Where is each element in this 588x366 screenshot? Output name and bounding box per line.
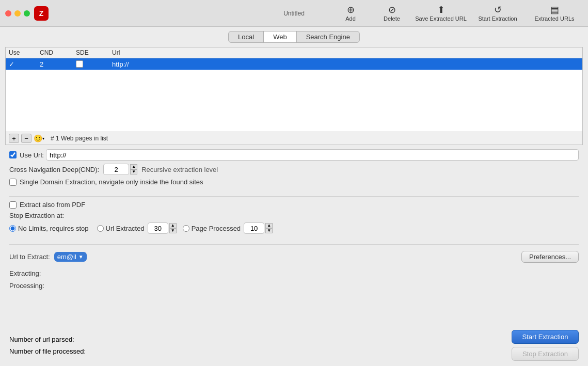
no-limits-label: No Limits, requires stop xyxy=(18,225,89,232)
delete-button[interactable]: ⊘ Delete xyxy=(371,0,412,27)
cnd-stepper[interactable]: ▲ ▼ xyxy=(130,164,137,174)
smile-icon: 🙂 xyxy=(34,134,42,142)
extracting-row: Extracting: xyxy=(9,268,579,278)
page-processed-input[interactable] xyxy=(244,222,264,234)
use-url-label: Use Url: xyxy=(20,151,44,159)
extracted-urls-button[interactable]: ▤ Extracted URLs xyxy=(526,0,583,27)
extract-pdf-checkbox[interactable] xyxy=(9,201,17,209)
app-icon: Z xyxy=(34,6,49,21)
segment-web[interactable]: Web xyxy=(264,31,297,42)
processing-row: Processing: xyxy=(9,280,579,291)
save-extracted-url-button[interactable]: ⬆ Save Extracted URL xyxy=(412,0,469,27)
extract-pdf-row: Extract also from PDF xyxy=(9,201,579,209)
window-title: Untitled xyxy=(283,10,305,17)
file-processed-label: Number of file processed: xyxy=(9,347,86,355)
titlebar: Z Untitled ⊕ Add ⊘ Delete ⬆ Save Extract… xyxy=(0,0,588,27)
col-header-use: Use xyxy=(9,49,24,56)
emoji-dropdown-arrow: ▾ xyxy=(42,136,44,141)
save-extracted-url-label: Save Extracted URL xyxy=(415,15,467,22)
toolbar: ⊕ Add ⊘ Delete ⬆ Save Extracted URL ↺ St… xyxy=(330,0,583,27)
row-url: http:// xyxy=(112,60,579,68)
url-extracted-stepper[interactable]: ▲ ▼ xyxy=(169,223,177,233)
processing-label: Processing: xyxy=(9,282,51,290)
extracted-urls-label: Extracted URLs xyxy=(534,15,574,22)
bottom-labels: Number of url parsed: Number of file pro… xyxy=(9,336,86,355)
form-section: Use Url: Cross Navigation Deep(CND): ▲ ▼… xyxy=(0,145,588,193)
maximize-button[interactable] xyxy=(24,10,30,17)
url-to-extract-label: Url to Extract: xyxy=(9,253,50,261)
upload-icon: ⬆ xyxy=(437,5,445,14)
stop-extraction-button: Stop Extraction xyxy=(512,347,579,361)
stop-extraction-row: Stop Extraction at: xyxy=(9,212,579,219)
cnd-down-button[interactable]: ▼ xyxy=(130,169,137,174)
sde-checkbox-box xyxy=(76,60,83,68)
cnd-up-button[interactable]: ▲ xyxy=(130,164,137,169)
delete-icon: ⊘ xyxy=(388,5,396,14)
page-processed-down[interactable]: ▼ xyxy=(265,228,273,233)
segment-local[interactable]: Local xyxy=(229,31,264,42)
url-extracted-down[interactable]: ▼ xyxy=(169,228,177,233)
page-processed-up[interactable]: ▲ xyxy=(265,223,273,228)
divider-1 xyxy=(9,196,579,197)
segment-search-engine[interactable]: Search Engine xyxy=(297,31,359,42)
table-footer: + − 🙂 ▾ # 1 Web pages in list xyxy=(5,132,583,145)
table-row[interactable]: ✓ 2 http:// xyxy=(6,58,582,70)
col-header-url: Url xyxy=(112,49,579,56)
start-extraction-button-bottom[interactable]: Start Extraction xyxy=(512,330,579,344)
list-icon: ▤ xyxy=(550,5,559,14)
segment-control: Local Web Search Engine xyxy=(228,31,360,43)
remove-row-button[interactable]: − xyxy=(21,134,31,143)
page-processed-label: Page Processed xyxy=(192,225,241,232)
url-parsed-label: Number of url parsed: xyxy=(9,336,86,343)
minimize-button[interactable] xyxy=(14,10,21,17)
no-limits-radio[interactable] xyxy=(9,225,16,232)
cnd-input[interactable] xyxy=(103,164,129,175)
url-extracted-label: Url Extracted xyxy=(106,225,145,232)
table-empty-space xyxy=(6,70,582,132)
url-extracted-up[interactable]: ▲ xyxy=(169,223,177,228)
row-cnd: 2 xyxy=(40,60,60,68)
segment-row: Local Web Search Engine xyxy=(0,27,588,47)
col-header-sde: SDE xyxy=(76,49,97,56)
add-label: Add xyxy=(345,15,356,22)
recursive-label: Recursive extraction level xyxy=(141,166,218,173)
url-type-text: em@il xyxy=(57,253,76,261)
delete-label: Delete xyxy=(384,15,400,22)
bottom-section: Number of url parsed: Number of file pro… xyxy=(0,325,588,366)
extract-pdf-label: Extract also from PDF xyxy=(20,201,85,209)
add-button[interactable]: ⊕ Add xyxy=(330,0,371,27)
url-extract-section: Url to Extract: em@il ▼ Preferences... xyxy=(0,248,588,266)
url-input[interactable] xyxy=(46,149,579,161)
page-count: # 1 Web pages in list xyxy=(51,135,108,142)
single-domain-checkbox[interactable] xyxy=(9,179,17,186)
url-extracted-radio[interactable] xyxy=(97,225,104,232)
pdf-stop-section: Extract also from PDF Stop Extraction at… xyxy=(0,200,588,241)
limits-row: No Limits, requires stop Url Extracted ▲… xyxy=(9,222,579,234)
cnd-row: Cross Navigation Deep(CND): ▲ ▼ Recursiv… xyxy=(9,164,579,175)
extracting-label: Extracting: xyxy=(9,269,51,277)
page-processed-radio[interactable] xyxy=(183,225,189,232)
url-extracted-input[interactable] xyxy=(148,222,168,234)
url-table: Use CND SDE Url ✓ 2 http:// xyxy=(5,47,583,132)
url-type-arrow-icon: ▼ xyxy=(78,254,84,260)
use-url-checkbox[interactable] xyxy=(9,151,17,158)
preferences-button[interactable]: Preferences... xyxy=(521,251,579,263)
single-domain-row: Single Domain Extraction, navigate only … xyxy=(9,178,579,186)
row-use-check: ✓ xyxy=(9,60,24,68)
refresh-icon: ↺ xyxy=(494,5,502,14)
bottom-buttons: Start Extraction Stop Extraction xyxy=(512,330,579,361)
close-button[interactable] xyxy=(5,10,11,17)
page-processed-stepper[interactable]: ▲ ▼ xyxy=(265,223,273,233)
col-header-cnd: CND xyxy=(40,49,60,56)
start-extraction-button[interactable]: ↺ Start Extraction xyxy=(469,0,526,27)
use-url-row: Use Url: xyxy=(9,149,579,161)
traffic-lights xyxy=(5,10,30,17)
status-section: Extracting: Processing: xyxy=(0,266,588,295)
add-row-button[interactable]: + xyxy=(9,134,19,143)
emoji-button[interactable]: 🙂 ▾ xyxy=(34,134,44,142)
divider-2 xyxy=(9,244,579,245)
single-domain-label: Single Domain Extraction, navigate only … xyxy=(20,178,203,186)
table-header: Use CND SDE Url xyxy=(6,47,582,58)
add-icon: ⊕ xyxy=(347,5,355,14)
url-type-select[interactable]: em@il ▼ xyxy=(54,252,87,262)
